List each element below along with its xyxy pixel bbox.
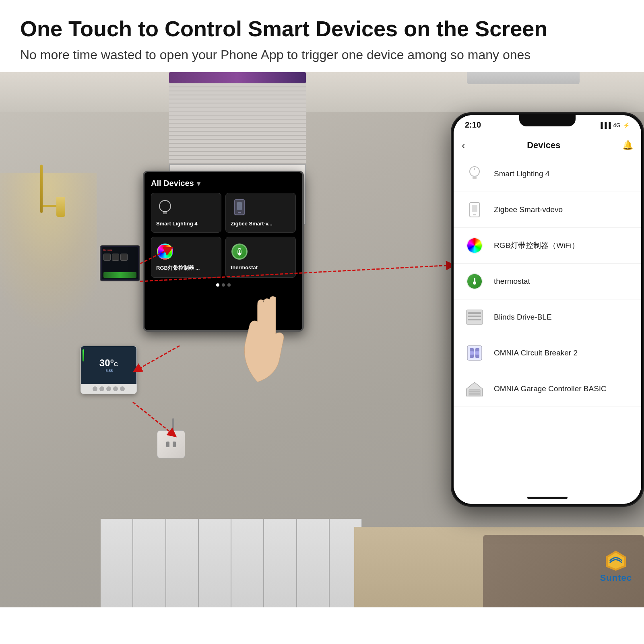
thermo-btn-5[interactable] [120, 386, 125, 391]
suntec-logo: Suntec [600, 549, 632, 583]
light-glow [0, 173, 97, 334]
device-icon-blinds [463, 306, 486, 328]
svg-rect-22 [468, 319, 481, 320]
small-icon-1 [103, 254, 111, 261]
svg-rect-20 [468, 312, 481, 314]
suntec-label: Suntec [600, 573, 632, 583]
svg-rect-21 [468, 316, 481, 317]
plug-device[interactable] [157, 418, 189, 454]
svg-rect-30 [469, 393, 480, 394]
list-item[interactable]: Zigbee Smart-vdevo [454, 192, 641, 228]
svg-rect-26 [470, 351, 474, 355]
svg-rect-4 [238, 212, 241, 213]
list-item[interactable]: OMNIA Circuit Breaker 2 [454, 335, 641, 371]
svg-line-9 [137, 346, 180, 370]
thermo-circle-icon [231, 244, 248, 260]
scene-area: Devices All Devices▼ [0, 72, 644, 607]
device-icon-rgb [463, 234, 486, 257]
small-panel-bar [103, 272, 136, 278]
home-bar [527, 497, 568, 499]
status-icons: ▐▐▐ 4G ⚡ [599, 122, 630, 128]
thermostat-buttons [93, 386, 125, 391]
panel-item-lighting[interactable]: Smart Lighting 4 [151, 193, 221, 233]
radiator-fin-7 [297, 519, 330, 607]
panel-grid: Smart Lighting 4 Zigbee Smart-v... [151, 193, 296, 278]
radiator-fin-6 [264, 519, 297, 607]
radiator-fin-4 [199, 519, 231, 607]
device-name-zigbee: Zigbee Smart-vdevo [494, 205, 563, 214]
thermo-btn-2[interactable] [99, 386, 104, 391]
panel-zigbee-icon [231, 199, 248, 217]
svg-rect-15 [472, 205, 477, 212]
svg-rect-16 [473, 214, 476, 215]
plug-pin-1 [166, 442, 169, 447]
hand-svg [217, 269, 298, 382]
svg-rect-1 [163, 211, 167, 214]
panel-title: All Devices▼ [151, 179, 296, 188]
panel-thermo-icon [231, 243, 248, 260]
thermo-btn-3[interactable] [106, 386, 111, 391]
status-time: 2:10 [465, 120, 481, 130]
plug-cable [172, 418, 174, 430]
page-subtitle: No more time wasted to open your Phone A… [20, 46, 624, 64]
list-item[interactable]: Smart Lighting 4 [454, 156, 641, 192]
network-type: 4G [613, 122, 621, 128]
thermostat-device[interactable]: 30°C -5:55 [80, 346, 137, 394]
plug-body [157, 430, 185, 458]
thermostat-time: -5:55 [105, 369, 113, 373]
svg-rect-27 [475, 351, 479, 355]
back-button[interactable]: ‹ [462, 139, 465, 152]
sconce-shade [56, 197, 65, 217]
svg-rect-29 [469, 391, 480, 392]
device-icon-breaker [463, 342, 486, 364]
thermo-icon [466, 273, 483, 289]
panel-arrow: ▼ [196, 180, 202, 188]
list-item[interactable]: thermostat [454, 264, 641, 299]
radiator-fin-2 [133, 519, 166, 607]
small-panel-icons [103, 254, 128, 261]
rgb-circle-icon [157, 244, 173, 260]
list-item[interactable]: OMNIA Garage Controller BASIC [454, 371, 641, 407]
suntec-icon-svg [602, 549, 630, 573]
device-list: Smart Lighting 4 Zigbee Smart-vdevo [454, 156, 641, 492]
plug-pin-2 [173, 442, 176, 447]
hand-area [217, 269, 298, 382]
wall-panel-small[interactable]: Devices [100, 245, 140, 281]
device-name-lighting: Smart Lighting 4 [494, 169, 549, 178]
device-icon-garage [463, 378, 486, 400]
device-name-thermostat: thermostat [494, 277, 530, 286]
list-item[interactable]: RGB灯带控制器（WiFi） [454, 228, 641, 264]
svg-rect-18 [474, 278, 475, 282]
small-panel-label: Devices [103, 249, 112, 251]
app-title: Devices [527, 140, 560, 151]
small-icon-2 [112, 254, 119, 261]
header-section: One Touch to Control Smart Devices on th… [0, 0, 644, 72]
small-screen: Devices [102, 247, 138, 279]
device-icon-zigbee [463, 198, 486, 221]
svg-point-5 [238, 252, 241, 255]
thermo-btn-4[interactable] [113, 386, 118, 391]
panel-item-rgb[interactable]: RGB灯带控制器 ... [151, 237, 221, 278]
device-name-rgb: RGB灯带控制器（WiFi） [494, 240, 579, 251]
notification-icon[interactable]: 🔔 [622, 140, 633, 151]
radiator [101, 519, 362, 607]
rgb-icon [466, 237, 483, 254]
svg-point-0 [159, 200, 171, 212]
device-name-blinds: Blinds Drive-BLE [494, 313, 552, 322]
device-icon-bulb [463, 163, 486, 185]
shutter-bar [169, 72, 306, 83]
device-icon-thermostat [463, 270, 486, 293]
thermostat-temp: 30°C [99, 357, 118, 369]
thermo-btn-1[interactable] [93, 386, 97, 391]
page-title: One Touch to Control Smart Devices on th… [20, 16, 624, 41]
panel-rgb-icon [156, 243, 174, 260]
panel-rgb-label: RGB灯带控制器 ... [156, 264, 200, 272]
panel-item-zigbee[interactable]: Zigbee Smart-v... [225, 193, 296, 233]
svg-rect-31 [469, 394, 480, 395]
svg-rect-3 [237, 202, 242, 210]
app-header: ‹ Devices 🔔 [454, 135, 641, 156]
list-item[interactable]: Blinds Drive-BLE [454, 299, 641, 335]
home-bar-area [454, 492, 641, 504]
radiator-fins [101, 519, 362, 607]
shutter-slats [169, 83, 306, 164]
